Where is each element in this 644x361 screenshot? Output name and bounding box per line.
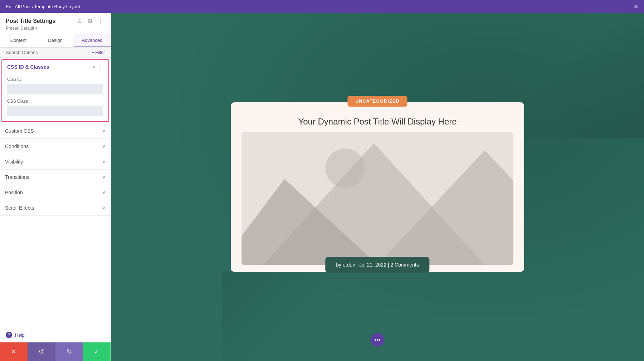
css-class-label: CSS Class	[7, 99, 103, 104]
tab-content[interactable]: Content	[0, 34, 37, 47]
save-button[interactable]: ✓	[83, 342, 111, 361]
css-id-classes-section: CSS ID & Classes ∧ ⋮ CSS ID CSS Class	[1, 59, 109, 122]
tab-advanced[interactable]: Advanced	[74, 34, 111, 47]
css-id-classes-title: CSS ID & Classes	[7, 64, 49, 70]
category-badge: UNCATEGORIZED	[347, 96, 407, 107]
preset-label[interactable]: Preset: Default ▾	[6, 26, 105, 31]
help-icon: ?	[6, 332, 12, 338]
top-bar-title: Edit All Posts Template Body Layout	[6, 4, 80, 9]
chevron-up-icon: ∧	[92, 64, 96, 69]
sidebar-tabs: Content Design Advanced	[0, 34, 111, 48]
visibility-section: Visibility ∨	[0, 154, 111, 170]
sidebar-header: Post Title Settings ⊙ ⊞ ⋮ Preset: Defaul…	[0, 13, 111, 34]
visibility-title: Visibility	[5, 159, 23, 165]
redo-button[interactable]: ↻	[55, 342, 83, 361]
position-title: Position	[5, 190, 23, 195]
tab-design[interactable]: Design	[37, 34, 74, 47]
post-image-placeholder	[241, 132, 513, 265]
main-canvas: UNCATEGORIZED Your Dynamic Post Title Wi…	[111, 13, 644, 361]
scroll-effects-header[interactable]: Scroll Effects ∨	[0, 200, 111, 215]
main-layout: Post Title Settings ⊙ ⊞ ⋮ Preset: Defaul…	[0, 13, 644, 361]
cancel-button[interactable]: ✕	[0, 342, 28, 361]
more-icon[interactable]: ⋮	[97, 17, 105, 25]
scroll-effects-section: Scroll Effects ∨	[0, 200, 111, 216]
custom-css-header[interactable]: Custom CSS ∨	[0, 123, 111, 138]
bottom-toolbar: ✕ ↺ ↻ ✓	[0, 342, 111, 361]
transitions-section: Transitions ∨	[0, 170, 111, 185]
chevron-down-icon: ∨	[102, 128, 106, 133]
search-row: + Filter	[0, 48, 111, 58]
help-label: Help	[15, 332, 25, 338]
css-class-input[interactable]	[7, 106, 103, 116]
post-meta: by etdev | Jul 21, 2022 | 2 Comments	[325, 257, 429, 273]
sidebar: Post Title Settings ⊙ ⊞ ⋮ Preset: Defaul…	[0, 13, 111, 361]
search-options-input[interactable]	[6, 50, 89, 55]
chevron-down-icon: ∨	[102, 205, 106, 210]
post-title: Your Dynamic Post Title Will Display Her…	[231, 102, 524, 132]
chevron-down-icon: ∨	[102, 159, 106, 164]
close-icon[interactable]: ✕	[634, 3, 638, 10]
placeholder-svg	[241, 132, 513, 265]
layout-icon[interactable]: ⊞	[86, 17, 94, 25]
help-section[interactable]: ? Help	[0, 327, 111, 342]
transitions-title: Transitions	[5, 174, 29, 180]
visibility-header[interactable]: Visibility ∨	[0, 154, 111, 169]
conditions-header[interactable]: Conditions ∨	[0, 139, 111, 154]
filter-button[interactable]: + Filter	[92, 50, 105, 55]
css-id-label: CSS ID	[7, 77, 103, 82]
custom-css-title: Custom CSS	[5, 128, 34, 134]
css-id-field-group: CSS ID	[7, 77, 103, 94]
chevron-down-icon: ∨	[102, 144, 106, 149]
sidebar-title: Post Title Settings	[6, 18, 55, 24]
scroll-effects-title: Scroll Effects	[5, 205, 34, 211]
css-id-classes-header[interactable]: CSS ID & Classes ∧ ⋮	[2, 60, 108, 74]
top-bar: Edit All Posts Template Body Layout ✕	[0, 0, 644, 13]
preview-icon[interactable]: ⊙	[76, 17, 83, 25]
custom-css-section: Custom CSS ∨	[0, 123, 111, 139]
undo-button[interactable]: ↺	[28, 342, 55, 361]
conditions-title: Conditions	[5, 143, 29, 149]
css-id-input[interactable]	[7, 84, 103, 94]
post-card: UNCATEGORIZED Your Dynamic Post Title Wi…	[231, 102, 524, 272]
position-section: Position ∨	[0, 185, 111, 200]
chevron-down-icon: ∨	[102, 190, 106, 195]
chevron-down-icon: ∨	[102, 175, 106, 180]
transitions-header[interactable]: Transitions ∨	[0, 170, 111, 185]
css-class-field-group: CSS Class	[7, 99, 103, 116]
position-header[interactable]: Position ∨	[0, 185, 111, 200]
bottom-dots-button[interactable]: •••	[371, 333, 384, 347]
conditions-section: Conditions ∨	[0, 139, 111, 154]
section-more-icon[interactable]: ⋮	[98, 64, 103, 70]
css-id-classes-content: CSS ID CSS Class	[2, 74, 108, 121]
